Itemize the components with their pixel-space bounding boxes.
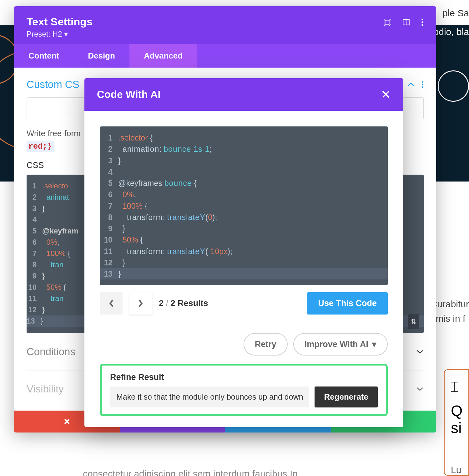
svg-point-5 — [421, 24, 423, 26]
chevron-down-icon: ▾ — [372, 339, 376, 349]
next-result-button[interactable] — [129, 292, 152, 315]
svg-point-4 — [421, 21, 423, 23]
svg-rect-0 — [385, 20, 389, 24]
bg-text: ple Sa — [442, 8, 469, 18]
preset-dropdown[interactable]: Preset: H2 ▾ — [27, 30, 93, 38]
bg-text: consectetur adipiscing elit sem interdum… — [83, 468, 298, 476]
close-icon[interactable]: ✕ — [381, 88, 391, 101]
tab-advanced[interactable]: Advanced — [129, 44, 197, 68]
tab-design[interactable]: Design — [73, 44, 129, 68]
code-chip: red;} — [27, 141, 54, 152]
swap-icon[interactable]: ⇅ — [408, 314, 419, 329]
refine-result-box: Refine Result Regenerate — [100, 364, 388, 416]
visibility-section[interactable]: Visibility — [27, 383, 64, 395]
more-icon[interactable] — [421, 18, 424, 26]
improve-with-ai-button[interactable]: Improve With AI ▾ — [293, 333, 388, 356]
refine-title: Refine Result — [110, 372, 378, 382]
prev-result-button[interactable] — [100, 292, 123, 315]
collapse-icon[interactable] — [407, 82, 415, 87]
ai-modal: Code With AI ✕ 1.selector {2 animation: … — [84, 78, 403, 427]
tabs: Content Design Advanced — [14, 44, 436, 68]
ai-modal-title: Code With AI — [97, 89, 161, 100]
svg-point-3 — [421, 19, 423, 20]
section-title: Custom CS — [27, 79, 79, 90]
conditions-section[interactable]: Conditions — [27, 346, 75, 358]
ai-code-preview[interactable]: 1.selector {2 animation: bounce 1s 1;3}4… — [100, 126, 388, 285]
columns-icon[interactable] — [402, 18, 410, 26]
chevron-down-icon[interactable] — [416, 350, 424, 354]
svg-point-8 — [422, 86, 423, 88]
regenerate-button[interactable]: Regenerate — [315, 386, 378, 407]
results-counter: 2 / 2 Results — [159, 299, 208, 308]
svg-point-7 — [422, 84, 423, 85]
chevron-down-icon[interactable] — [416, 387, 424, 391]
bg-text: odio, bla — [434, 27, 469, 37]
use-code-button[interactable]: Use This Code — [307, 292, 388, 315]
panel-title: Text Settings — [27, 16, 93, 28]
tab-content[interactable]: Content — [14, 44, 73, 68]
refine-input[interactable] — [110, 386, 309, 407]
retry-button[interactable]: Retry — [244, 333, 288, 356]
expand-icon[interactable] — [383, 18, 391, 26]
bg-text — [438, 70, 469, 102]
bg-text: Curabitur rimis in f — [431, 299, 469, 324]
chevron-down-icon: ▾ — [64, 30, 68, 38]
more-icon[interactable] — [421, 80, 424, 89]
bg-card: ⌶ Q si Lu tu — [444, 369, 469, 476]
svg-point-6 — [422, 81, 423, 83]
